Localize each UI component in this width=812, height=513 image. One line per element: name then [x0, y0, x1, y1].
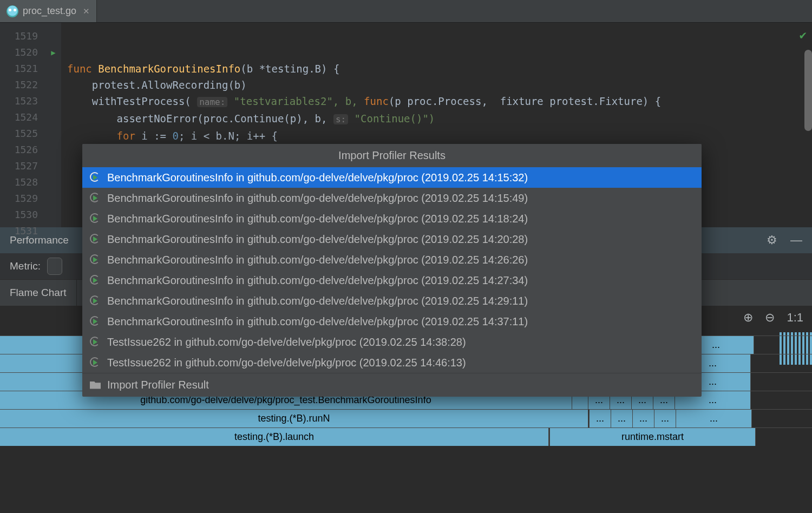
popup-item-label: BenchmarkGoroutinesInfo in github.com/go… [107, 233, 528, 246]
tab-flame-chart[interactable]: Flame Chart [0, 280, 77, 306]
flame-toolbar: ⊕ ⊖ 1:1 [743, 311, 803, 325]
popup-item[interactable]: BenchmarkGoroutinesInfo in github.com/go… [82, 311, 702, 332]
line-number-gutter: 1519152015211522152315241525152615271528… [0, 23, 45, 227]
code-text [67, 130, 117, 142]
kw-func: func [67, 63, 98, 75]
string-lit: "testvariables2", b, [227, 95, 364, 107]
popup-item[interactable]: TestIssue262 in github.com/go-delve/delv… [82, 352, 702, 373]
flame-frame[interactable]: testing.(*B).launch [0, 428, 549, 446]
param-hint: name: [197, 97, 227, 107]
folder-icon [90, 382, 101, 389]
marker-gutter: ▶ [45, 23, 62, 227]
run-profile-icon [90, 234, 101, 245]
gear-icon[interactable]: ⚙ [767, 233, 777, 247]
flame-frame-small[interactable]: ... [654, 410, 676, 428]
flame-frame-small[interactable]: ... [611, 410, 633, 428]
popup-item-label: TestIssue262 in github.com/go-delve/delv… [107, 357, 466, 369]
popup-item[interactable]: BenchmarkGoroutinesInfo in github.com/go… [82, 270, 702, 291]
popup-item-label: BenchmarkGoroutinesInfo in github.com/go… [107, 274, 528, 287]
run-profile-icon [90, 172, 101, 183]
popup-item[interactable]: BenchmarkGoroutinesInfo in github.com/go… [82, 229, 702, 249]
zoom-in-icon[interactable]: ⊕ [743, 311, 753, 325]
flame-row[interactable]: testing.(*B).launchruntime.mstart [0, 428, 812, 446]
fn-name: BenchmarkGoroutinesInfo [98, 63, 240, 75]
zoom-reset[interactable]: 1:1 [787, 311, 803, 325]
editor-scrollbar[interactable] [804, 50, 812, 131]
flame-frame-small[interactable]: ... [590, 410, 611, 428]
flame-frame-small[interactable]: ... [633, 410, 654, 428]
minimize-icon[interactable]: — [790, 233, 802, 247]
code-text: (p proc.Process, fixture protest.Fixture… [389, 95, 661, 107]
flame-row[interactable]: testing.(*B).runN............... [0, 409, 812, 428]
run-profile-icon [90, 357, 101, 368]
import-profiler-popup: Import Profiler Results BenchmarkGorouti… [82, 144, 702, 397]
run-profile-icon [90, 337, 101, 347]
popup-item-label: BenchmarkGoroutinesInfo in github.com/go… [107, 213, 528, 225]
code-text: ; i < b.N; i++ { [179, 130, 278, 142]
popup-import-action[interactable]: Import Profiler Result [82, 373, 702, 397]
kw-for: for [117, 130, 135, 142]
zoom-out-icon[interactable]: ⊖ [765, 311, 775, 325]
code-text: assertNoError(proc.Continue(p), b, [67, 113, 333, 124]
popup-item-label: BenchmarkGoroutinesInfo in github.com/go… [107, 315, 528, 328]
go-file-icon [6, 5, 18, 17]
param-hint: s: [333, 114, 348, 124]
run-profile-icon [90, 275, 101, 286]
popup-item-label: TestIssue262 in github.com/go-delve/delv… [107, 336, 466, 348]
kw-func: func [364, 95, 389, 107]
run-profile-icon [90, 254, 101, 265]
editor-tabbar: proc_test.go ✕ [0, 0, 812, 23]
run-profile-icon [90, 316, 101, 327]
popup-item[interactable]: BenchmarkGoroutinesInfo in github.com/go… [82, 291, 702, 311]
flame-frame[interactable]: testing.(*B).runN [0, 410, 588, 428]
popup-item[interactable]: BenchmarkGoroutinesInfo in github.com/go… [82, 167, 702, 188]
code-text: withTestProcess( [67, 95, 197, 107]
popup-item[interactable]: BenchmarkGoroutinesInfo in github.com/go… [82, 208, 702, 229]
run-profile-icon [90, 213, 101, 224]
flame-frame[interactable]: runtime.mstart [550, 428, 756, 446]
code-text: (b *testing.B) { [240, 63, 339, 75]
popup-item-label: BenchmarkGoroutinesInfo in github.com/go… [107, 295, 528, 307]
inspection-ok-icon: ✔ [800, 28, 807, 42]
run-gutter-icon[interactable]: ▶ [45, 44, 61, 61]
string-lit: "Continue()") [348, 113, 435, 124]
flame-frame-small[interactable]: ... [676, 410, 752, 428]
run-profile-icon [90, 193, 101, 203]
popup-title: Import Profiler Results [82, 144, 702, 167]
close-icon[interactable]: ✕ [83, 6, 90, 16]
code-text: i := [135, 130, 173, 142]
popup-item-label: BenchmarkGoroutinesInfo in github.com/go… [107, 254, 528, 266]
metric-dropdown[interactable] [47, 258, 62, 275]
run-profile-icon [90, 295, 101, 306]
popup-item[interactable]: TestIssue262 in github.com/go-delve/delv… [82, 332, 702, 352]
tab-filename: proc_test.go [23, 5, 76, 17]
popup-item-label: BenchmarkGoroutinesInfo in github.com/go… [107, 172, 528, 184]
popup-item[interactable]: BenchmarkGoroutinesInfo in github.com/go… [82, 188, 702, 208]
metric-label: Metric: [10, 260, 41, 272]
popup-item[interactable]: BenchmarkGoroutinesInfo in github.com/go… [82, 249, 702, 270]
popup-item-label: BenchmarkGoroutinesInfo in github.com/go… [107, 192, 528, 205]
popup-footer-label: Import Profiler Result [107, 379, 209, 391]
editor-tab[interactable]: proc_test.go ✕ [0, 0, 97, 22]
num-lit: 0 [172, 130, 178, 142]
code-text: protest.AllowRecording(b) [67, 79, 247, 91]
